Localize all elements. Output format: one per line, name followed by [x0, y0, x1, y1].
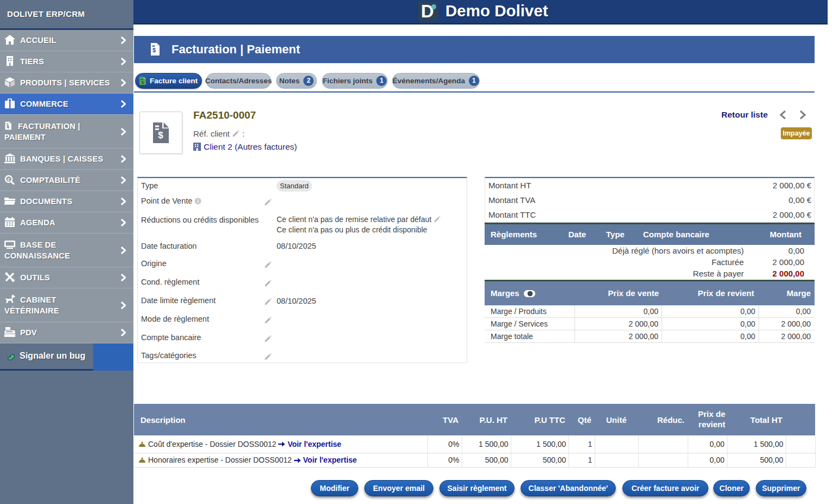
svg-text:$: $	[7, 124, 9, 129]
svg-text:$: $	[158, 130, 163, 140]
svg-text:i: i	[198, 199, 199, 204]
svg-text:$: $	[152, 47, 156, 53]
svg-text:€: €	[7, 177, 10, 182]
svg-text:$: $	[142, 80, 144, 85]
